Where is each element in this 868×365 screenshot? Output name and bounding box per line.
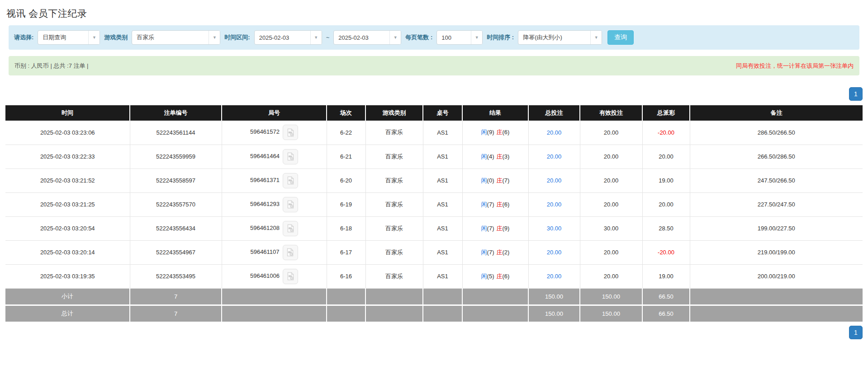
- cell-game: 百家乐: [365, 192, 423, 216]
- subtotal-total-bet: 150.00: [528, 288, 580, 305]
- chevron-down-icon[interactable]: ▼: [471, 31, 482, 44]
- per-page-select[interactable]: 100 ▼: [436, 30, 483, 45]
- cell-time: 2025-02-03 03:23:06: [5, 121, 130, 145]
- cell-valid-bet: 20.00: [580, 121, 642, 145]
- round-id: 596461293: [250, 201, 280, 207]
- chevron-down-icon[interactable]: ▼: [88, 31, 100, 44]
- banker-result-label: 庄: [497, 225, 503, 232]
- total-bet-link[interactable]: 20.00: [547, 177, 562, 184]
- chevron-down-icon[interactable]: ▼: [389, 31, 401, 44]
- cell-time: 2025-02-03 03:20:14: [5, 240, 130, 264]
- video-replay-button[interactable]: [283, 197, 298, 212]
- table-row: 2025-02-03 03:20:14 522243554967 5964611…: [5, 240, 863, 264]
- per-page-label: 每页笔数 :: [405, 33, 432, 42]
- video-replay-button[interactable]: [283, 221, 298, 236]
- round-id: 596461208: [250, 225, 280, 231]
- cell-result: 闲(4)庄(3): [462, 145, 528, 168]
- banker-result-label: 庄: [497, 153, 503, 160]
- total-bet-link[interactable]: 20.00: [547, 153, 562, 160]
- cell-remark: 227.50/247.50: [690, 192, 863, 216]
- col-header-payout: 总派彩: [642, 105, 690, 121]
- video-replay-button[interactable]: [283, 125, 298, 140]
- cell-session: 6-22: [327, 121, 365, 145]
- filter-bar: 请选择: 日期查询 ▼ 游戏类别 百家乐 ▼ 时间区间: 2025-02-03 …: [9, 25, 859, 50]
- cell-remark: 219.00/199.00: [690, 240, 863, 264]
- page-title: 视讯 会员下注纪录: [6, 7, 863, 20]
- total-bet-link[interactable]: 20.00: [547, 273, 562, 280]
- cell-table-no: AS1: [423, 264, 462, 288]
- cell-valid-bet: 20.00: [580, 192, 642, 216]
- time-sort-select[interactable]: 降幂(由大到小) ▼: [518, 30, 602, 45]
- cell-session: 6-16: [327, 264, 365, 288]
- total-bet-link[interactable]: 20.00: [547, 129, 562, 136]
- player-result-value: (0): [487, 177, 494, 184]
- currency-summary: 币别 : 人民币 | 总共 :7 注单 |: [14, 62, 89, 70]
- chevron-down-icon[interactable]: ▼: [310, 31, 322, 44]
- time-sort-value: 降幂(由大到小): [518, 31, 590, 44]
- video-file-icon: [286, 224, 295, 233]
- player-result-label: 闲: [481, 201, 487, 208]
- video-replay-button[interactable]: [283, 149, 298, 164]
- total-valid-bet: 150.00: [580, 305, 642, 322]
- video-file-icon: [286, 176, 295, 185]
- video-replay-button[interactable]: [283, 245, 298, 260]
- video-file-icon: [286, 200, 295, 209]
- cell-result: 闲(7)庄(9): [462, 216, 528, 240]
- date-to-input[interactable]: 2025-02-03 ▼: [333, 30, 401, 45]
- cell-game: 百家乐: [365, 264, 423, 288]
- cell-payout: 19.00: [642, 168, 690, 192]
- subtotal-valid-bet: 150.00: [580, 288, 642, 305]
- search-button[interactable]: 查询: [607, 30, 634, 45]
- total-bet-link[interactable]: 20.00: [547, 249, 562, 256]
- cell-session: 6-21: [327, 145, 365, 168]
- round-id: 596461006: [250, 272, 280, 279]
- cell-bet-id: 522243554967: [130, 240, 222, 264]
- round-id: 596461107: [250, 248, 279, 255]
- game-type-value: 百家乐: [132, 31, 209, 44]
- total-bet-link[interactable]: 20.00: [547, 201, 562, 208]
- page-1-button[interactable]: 1: [849, 87, 863, 101]
- cell-round: 596461006: [222, 264, 327, 288]
- video-replay-button[interactable]: [283, 173, 298, 188]
- cell-time: 2025-02-03 03:19:35: [5, 264, 130, 288]
- player-result-value: (7): [487, 225, 494, 232]
- summary-notice: 同局有效投注，统一计算在该局第一张注单内: [736, 62, 854, 70]
- video-replay-button[interactable]: [283, 269, 298, 284]
- banker-result-label: 庄: [497, 273, 503, 280]
- cell-result: 闲(7)庄(2): [462, 240, 528, 264]
- date-from-input[interactable]: 2025-02-03 ▼: [254, 30, 322, 45]
- chevron-down-icon[interactable]: ▼: [590, 31, 602, 44]
- video-file-icon: [286, 271, 295, 281]
- col-header-total-bet: 总投注: [528, 105, 580, 121]
- game-type-select[interactable]: 百家乐 ▼: [132, 30, 220, 45]
- page-1-button[interactable]: 1: [849, 326, 863, 339]
- player-result-label: 闲: [481, 177, 487, 184]
- cell-payout: 20.00: [642, 192, 690, 216]
- range-tilde: ~: [326, 34, 330, 41]
- cell-round: 596461371: [222, 168, 327, 192]
- query-type-select[interactable]: 日期查询 ▼: [38, 30, 100, 45]
- cell-table-no: AS1: [423, 168, 462, 192]
- cell-payout: 19.00: [642, 264, 690, 288]
- cell-game: 百家乐: [365, 121, 423, 145]
- chevron-down-icon[interactable]: ▼: [209, 31, 220, 44]
- date-from-value: 2025-02-03: [255, 31, 310, 44]
- cell-total-bet: 20.00: [528, 264, 580, 288]
- total-bet-link[interactable]: 30.00: [547, 225, 562, 232]
- video-file-icon: [285, 248, 295, 257]
- cell-bet-id: 522243556434: [130, 216, 222, 240]
- cell-payout: -20.00: [642, 240, 690, 264]
- cell-bet-id: 522243553495: [130, 264, 222, 288]
- page: 视讯 会员下注纪录 请选择: 日期查询 ▼ 游戏类别 百家乐 ▼ 时间区间: 2…: [0, 7, 868, 339]
- total-payout: 66.50: [642, 305, 690, 322]
- cell-total-bet: 20.00: [528, 192, 580, 216]
- cell-game: 百家乐: [365, 145, 423, 168]
- total-label: 总计: [5, 305, 130, 322]
- round-id: 596461572: [250, 129, 280, 136]
- table-row: 2025-02-03 03:22:33 522243559959 5964614…: [5, 145, 863, 168]
- cell-payout: 20.00: [642, 145, 690, 168]
- round-id: 596461464: [250, 153, 280, 159]
- cell-time: 2025-02-03 03:20:54: [5, 216, 130, 240]
- table-footer: 小计 7 150.00 150.00 66.50 总计 7 150.00 150…: [5, 288, 863, 322]
- banker-result-value: (9): [503, 225, 510, 232]
